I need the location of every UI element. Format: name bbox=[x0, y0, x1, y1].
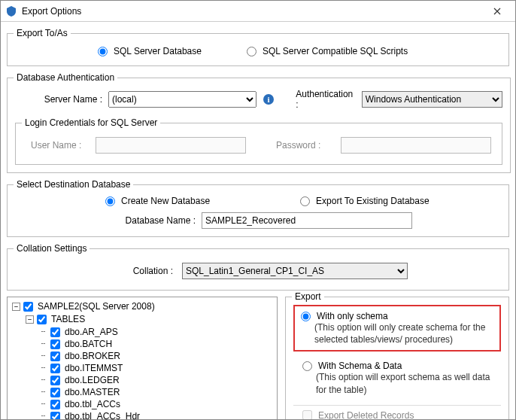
tree-tables[interactable]: − TABLES ┈dbo.AR_APS┈dbo.BATCH┈dbo.BROKE… bbox=[26, 313, 274, 420]
collation-group: Collation Settings Collation : SQL_Latin… bbox=[7, 243, 509, 291]
info-icon[interactable]: i bbox=[263, 93, 275, 105]
radio-schema-data[interactable]: With Schema & Data bbox=[302, 361, 495, 371]
tree-item-check[interactable] bbox=[50, 388, 60, 397]
dest-db-legend: Select Destination Database bbox=[14, 179, 133, 190]
radio-schema-only-input[interactable] bbox=[301, 312, 311, 321]
window-title: Export Options bbox=[22, 6, 482, 17]
tree-table-item[interactable]: ┈dbo.MASTER bbox=[39, 386, 274, 398]
app-icon bbox=[5, 5, 17, 17]
collapse-icon[interactable]: − bbox=[12, 303, 20, 311]
db-name-input[interactable] bbox=[202, 212, 412, 229]
radio-schema-data-label: With Schema & Data bbox=[318, 361, 402, 371]
leaf-icon: ┈ bbox=[39, 352, 47, 361]
leaf-icon: ┈ bbox=[39, 340, 47, 348]
auth-label: Authentication : bbox=[296, 89, 357, 110]
password-input bbox=[341, 137, 491, 154]
radio-export-existing[interactable]: Export To Existing Database bbox=[300, 196, 429, 206]
tree-item-check[interactable] bbox=[50, 352, 60, 361]
db-auth-legend: Database Authentication bbox=[14, 72, 117, 83]
server-name-label: Server Name : bbox=[27, 94, 102, 105]
object-tree[interactable]: − SAMPLE2(SQL Server 2008) − TABLES ┈dbo… bbox=[7, 297, 278, 420]
tree-table-item[interactable]: ┈dbo.ITEMMST bbox=[39, 362, 274, 374]
tree-item-label: dbo.MASTER bbox=[65, 387, 120, 397]
login-cred-group: Login Credentials for SQL Server User Na… bbox=[15, 117, 502, 165]
tree-table-item[interactable]: ┈dbo.tbl_ACCs_Hdr bbox=[39, 410, 274, 420]
svg-text:i: i bbox=[268, 95, 270, 104]
radio-create-new-input[interactable] bbox=[105, 196, 115, 206]
schema-only-desc: (This option will only create schema for… bbox=[301, 321, 493, 345]
password-label: Password : bbox=[276, 140, 336, 151]
titlebar: Export Options bbox=[1, 1, 515, 22]
radio-create-new-label: Create New Database bbox=[121, 196, 210, 206]
tree-item-label: dbo.tbl_ACCs_Hdr bbox=[65, 411, 140, 420]
login-cred-legend: Login Credentials for SQL Server bbox=[22, 117, 160, 128]
radio-sql-db-input[interactable] bbox=[98, 47, 108, 56]
schema-data-desc: (This option will export schema as well … bbox=[302, 371, 495, 395]
tree-root-label: SAMPLE2(SQL Server 2008) bbox=[38, 301, 155, 312]
radio-schema-only-label: With only schema bbox=[317, 311, 388, 321]
leaf-icon: ┈ bbox=[39, 328, 47, 336]
radio-create-new[interactable]: Create New Database bbox=[105, 196, 210, 206]
close-button[interactable] bbox=[482, 2, 512, 20]
dest-db-group: Select Destination Database Create New D… bbox=[7, 179, 509, 237]
leaf-icon: ┈ bbox=[39, 376, 47, 385]
radio-sql-db[interactable]: SQL Server Database bbox=[98, 46, 202, 56]
radio-schema-only[interactable]: With only schema bbox=[301, 311, 493, 321]
user-name-label: User Name : bbox=[31, 140, 91, 151]
tree-root-check[interactable] bbox=[23, 302, 33, 312]
leaf-icon: ┈ bbox=[39, 412, 47, 421]
tree-table-item[interactable]: ┈dbo.LEDGER bbox=[39, 374, 274, 386]
tree-tables-check[interactable] bbox=[37, 315, 47, 324]
collapse-icon[interactable]: − bbox=[26, 315, 34, 324]
user-name-input bbox=[96, 137, 246, 154]
tree-item-check[interactable] bbox=[50, 412, 60, 421]
collation-legend: Collation Settings bbox=[14, 243, 90, 254]
tree-root[interactable]: − SAMPLE2(SQL Server 2008) − TABLES ┈dbo… bbox=[12, 300, 274, 420]
tree-item-check[interactable] bbox=[50, 400, 60, 409]
tree-item-check[interactable] bbox=[50, 376, 60, 385]
tree-table-item[interactable]: ┈dbo.BROKER bbox=[39, 350, 274, 362]
tree-item-check[interactable] bbox=[50, 364, 60, 373]
tree-item-label: dbo.BATCH bbox=[65, 339, 112, 349]
radio-sql-scripts-label: SQL Server Compatible SQL Scripts bbox=[263, 46, 408, 56]
radio-schema-data-input[interactable] bbox=[302, 361, 312, 371]
tree-item-label: dbo.ITEMMST bbox=[65, 363, 123, 373]
export-deleted-label: Export Deleted Records bbox=[318, 410, 414, 420]
radio-export-existing-label: Export To Existing Database bbox=[316, 196, 429, 206]
db-name-label: Database Name : bbox=[105, 215, 196, 226]
export-deleted-check bbox=[302, 410, 312, 420]
leaf-icon: ┈ bbox=[39, 400, 47, 409]
tree-item-check[interactable] bbox=[50, 339, 60, 349]
tree-item-label: dbo.BROKER bbox=[65, 351, 120, 361]
server-name-select[interactable]: (local) bbox=[108, 91, 256, 108]
tree-item-label: dbo.LEDGER bbox=[65, 375, 120, 385]
highlighted-option: With only schema (This option will only … bbox=[293, 305, 501, 352]
leaf-icon: ┈ bbox=[39, 364, 47, 373]
export-options-group: Export With only schema (This option wil… bbox=[285, 297, 509, 420]
leaf-icon: ┈ bbox=[39, 388, 47, 397]
tree-table-item[interactable]: ┈dbo.AR_APS bbox=[39, 326, 274, 338]
export-to-legend: Export To/As bbox=[14, 28, 71, 38]
tree-table-item[interactable]: ┈dbo.tbl_ACCs bbox=[39, 398, 274, 410]
export-to-group: Export To/As SQL Server Database SQL Ser… bbox=[7, 28, 509, 66]
export-options-legend: Export bbox=[292, 291, 324, 302]
collation-select[interactable]: SQL_Latin1_General_CP1_CI_AS bbox=[182, 263, 408, 279]
radio-sql-db-label: SQL Server Database bbox=[114, 46, 202, 56]
tree-item-label: dbo.AR_APS bbox=[65, 327, 118, 337]
radio-export-existing-input[interactable] bbox=[300, 196, 310, 206]
collation-label: Collation : bbox=[113, 266, 173, 276]
radio-sql-scripts[interactable]: SQL Server Compatible SQL Scripts bbox=[247, 46, 408, 56]
db-auth-group: Database Authentication Server Name : (l… bbox=[7, 72, 511, 173]
tree-tables-label: TABLES bbox=[51, 314, 85, 324]
tree-table-item[interactable]: ┈dbo.BATCH bbox=[39, 338, 274, 350]
radio-sql-scripts-input[interactable] bbox=[247, 47, 256, 56]
tree-item-label: dbo.tbl_ACCs bbox=[65, 399, 120, 409]
tree-item-check[interactable] bbox=[50, 327, 60, 337]
auth-select[interactable]: Windows Authentication bbox=[362, 91, 502, 108]
